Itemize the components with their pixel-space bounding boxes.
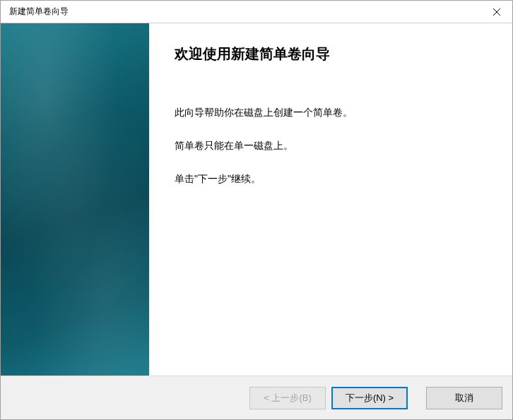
cancel-button[interactable]: 取消 bbox=[426, 387, 502, 409]
description-line-3: 单击"下一步"继续。 bbox=[175, 172, 491, 186]
side-banner bbox=[1, 23, 149, 376]
description-line-2: 简单卷只能在单一磁盘上。 bbox=[175, 138, 491, 153]
main-panel: 欢迎使用新建简单卷向导 此向导帮助你在磁盘上创建一个简单卷。 简单卷只能在单一磁… bbox=[149, 23, 512, 376]
close-button[interactable] bbox=[480, 1, 512, 23]
page-heading: 欢迎使用新建简单卷向导 bbox=[175, 44, 491, 63]
titlebar: 新建简单卷向导 bbox=[1, 1, 512, 23]
wizard-window: 新建简单卷向导 欢迎使用新建简单卷向导 此向导帮助你在磁盘上创建一个简单卷。 简… bbox=[0, 0, 513, 420]
next-button[interactable]: 下一步(N) > bbox=[331, 387, 408, 409]
wizard-content: 欢迎使用新建简单卷向导 此向导帮助你在磁盘上创建一个简单卷。 简单卷只能在单一磁… bbox=[1, 23, 512, 376]
button-bar: < 上一步(B) 下一步(N) > 取消 bbox=[1, 376, 512, 419]
description-line-1: 此向导帮助你在磁盘上创建一个简单卷。 bbox=[175, 105, 491, 120]
close-icon bbox=[493, 8, 500, 16]
window-title: 新建简单卷向导 bbox=[9, 6, 69, 18]
back-button: < 上一步(B) bbox=[249, 387, 326, 409]
